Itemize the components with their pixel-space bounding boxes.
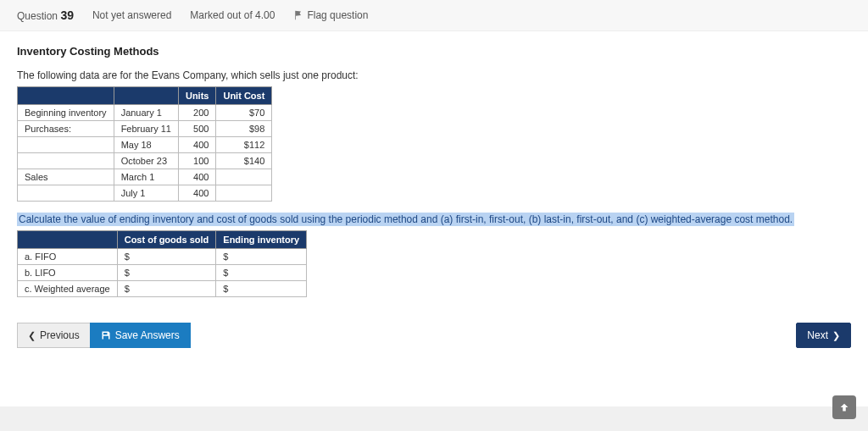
- save-label: Save Answers: [115, 329, 180, 341]
- table-row: October 23 100 $140: [18, 153, 272, 169]
- nav-row: ❮ Previous Save Answers Next ❯: [17, 323, 851, 348]
- cell-units: 200: [178, 105, 216, 121]
- cell-units: 400: [178, 137, 216, 153]
- flag-text: Flag question: [307, 9, 368, 21]
- table-row: b. LIFO $ $: [18, 265, 307, 281]
- cell-units: 100: [178, 153, 216, 169]
- nav-left: ❮ Previous Save Answers: [17, 323, 191, 348]
- table-row: a. FIFO $ $: [18, 249, 307, 265]
- table-row: May 18 400 $112: [18, 137, 272, 153]
- cell-label: Purchases:: [18, 121, 114, 137]
- instruction-wrap: Calculate the value of ending inventory …: [17, 213, 851, 225]
- question-intro: The following data are for the Evans Com…: [17, 69, 851, 81]
- chevron-left-icon: ❮: [28, 330, 36, 341]
- cell-cost: $98: [216, 121, 272, 137]
- inventory-data-table: Units Unit Cost Beginning inventory Janu…: [17, 86, 272, 202]
- answer-input[interactable]: $: [117, 265, 216, 281]
- previous-button[interactable]: ❮ Previous: [17, 323, 90, 348]
- instruction-text: Calculate the value of ending inventory …: [17, 213, 794, 226]
- cell-label: Beginning inventory: [18, 105, 114, 121]
- question-number: 39: [60, 8, 74, 22]
- col-ei: Ending inventory: [216, 231, 307, 249]
- question-header: Question 39 Not yet answered Marked out …: [0, 0, 868, 31]
- cell-cost: [216, 169, 272, 185]
- status-text: Not yet answered: [92, 9, 171, 21]
- flag-question-link[interactable]: Flag question: [293, 9, 368, 21]
- answer-table: Cost of goods sold Ending inventory a. F…: [17, 230, 307, 297]
- table-row: Beginning inventory January 1 200 $70: [18, 105, 272, 121]
- cell-label: [18, 185, 114, 202]
- table-row: July 1 400: [18, 185, 272, 202]
- table-row: Purchases: February 11 500 $98: [18, 121, 272, 137]
- row-label: c. Weighted average: [18, 281, 118, 297]
- table-header-row: Units Unit Cost: [18, 87, 272, 105]
- table-header-row: Cost of goods sold Ending inventory: [18, 231, 307, 249]
- save-answers-button[interactable]: Save Answers: [90, 323, 191, 348]
- answer-input[interactable]: $: [216, 281, 307, 297]
- answer-input[interactable]: $: [216, 249, 307, 265]
- cell-cost: $112: [216, 137, 272, 153]
- flag-icon: [293, 10, 303, 20]
- marks-text: Marked out of 4.00: [190, 9, 275, 21]
- answer-input[interactable]: $: [117, 249, 216, 265]
- col-units: Units: [178, 87, 216, 105]
- cell-cost: [216, 185, 272, 202]
- table-row: c. Weighted average $ $: [18, 281, 307, 297]
- cell-cost: $70: [216, 105, 272, 121]
- cell-date: July 1: [114, 185, 178, 202]
- question-number-label: Question 39: [17, 8, 74, 22]
- cell-units: 500: [178, 121, 216, 137]
- previous-label: Previous: [40, 329, 80, 341]
- cell-date: January 1: [114, 105, 178, 121]
- cell-label: [18, 137, 114, 153]
- answer-input[interactable]: $: [216, 265, 307, 281]
- next-label: Next: [807, 329, 828, 341]
- chevron-right-icon: ❯: [832, 330, 840, 341]
- scroll-to-top-button[interactable]: [832, 395, 856, 406]
- cell-date: March 1: [114, 169, 178, 185]
- save-icon: [101, 330, 111, 340]
- col-cogs: Cost of goods sold: [117, 231, 216, 249]
- row-label: b. LIFO: [18, 265, 118, 281]
- next-button[interactable]: Next ❯: [796, 323, 851, 348]
- cell-label: [18, 153, 114, 169]
- question-label-text: Question: [17, 10, 58, 22]
- col-unitcost: Unit Cost: [216, 87, 272, 105]
- row-label: a. FIFO: [18, 249, 118, 265]
- cell-units: 400: [178, 169, 216, 185]
- arrow-up-icon: [838, 401, 850, 406]
- cell-units: 400: [178, 185, 216, 202]
- cell-date: May 18: [114, 137, 178, 153]
- table-row: Sales March 1 400: [18, 169, 272, 185]
- cell-date: February 11: [114, 121, 178, 137]
- answer-input[interactable]: $: [117, 281, 216, 297]
- cell-date: October 23: [114, 153, 178, 169]
- cell-cost: $140: [216, 153, 272, 169]
- question-title: Inventory Costing Methods: [17, 45, 851, 58]
- cell-label: Sales: [18, 169, 114, 185]
